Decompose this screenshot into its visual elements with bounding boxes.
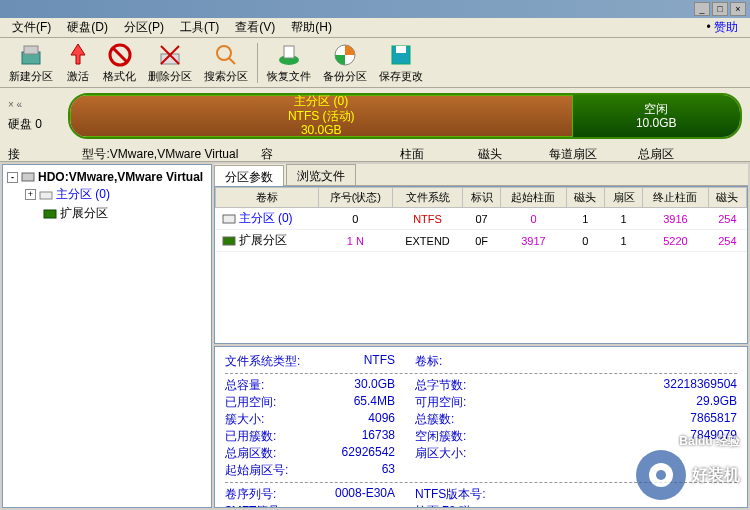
svg-line-8 (229, 58, 235, 64)
disk-map-collapse[interactable]: × « (8, 99, 68, 110)
titlebar: _ □ × (0, 0, 750, 18)
tree-toggle-icon[interactable]: + (25, 189, 36, 200)
column-header[interactable]: 扇区 (604, 188, 642, 208)
svg-rect-10 (284, 46, 294, 58)
menu-partition[interactable]: 分区(P) (116, 17, 172, 38)
partition-main[interactable]: 主分区 (0) NTFS (活动) 30.0GB (70, 95, 573, 137)
toolbar: 新建分区 激活 格式化 删除分区 搜索分区 恢复文件 备份分区 保存更改 (0, 38, 750, 88)
column-header[interactable]: 文件系统 (393, 188, 463, 208)
column-header[interactable]: 磁头 (708, 188, 746, 208)
disk-icon (21, 171, 35, 183)
format-icon (107, 42, 133, 68)
menu-disk[interactable]: 硬盘(D) (59, 17, 116, 38)
column-header[interactable]: 终止柱面 (643, 188, 708, 208)
svg-line-3 (113, 48, 127, 62)
svg-rect-16 (44, 210, 56, 218)
disk-tree[interactable]: - HDO:VMware,VMware Virtual + 主分区 (0) 扩展… (2, 164, 212, 508)
menu-tools[interactable]: 工具(T) (172, 17, 227, 38)
column-header[interactable]: 卷标 (216, 188, 319, 208)
tree-toggle-icon[interactable]: - (7, 172, 18, 183)
backup-icon (332, 42, 358, 68)
svg-rect-17 (223, 215, 235, 223)
activate-button[interactable]: 激活 (60, 39, 96, 87)
svg-point-7 (217, 46, 231, 60)
column-header[interactable]: 磁头 (566, 188, 604, 208)
tabs: 分区参数 浏览文件 (214, 164, 748, 186)
menu-help[interactable]: 帮助(H) (283, 17, 340, 38)
disk-label: 硬盘 0 (8, 116, 68, 133)
activate-icon (65, 42, 91, 68)
maximize-button[interactable]: □ (712, 2, 728, 16)
menubar: 文件(F) 硬盘(D) 分区(P) 工具(T) 查看(V) 帮助(H) • 赞助 (0, 18, 750, 38)
minimize-button[interactable]: _ (694, 2, 710, 16)
svg-rect-13 (396, 46, 406, 53)
disk-map: × « 硬盘 0 主分区 (0) NTFS (活动) 30.0GB 空闲 10.… (0, 88, 750, 144)
recover-icon (276, 42, 302, 68)
partition-free[interactable]: 空闲 10.0GB (573, 95, 741, 137)
save-icon (388, 42, 414, 68)
delete-icon (157, 42, 183, 68)
column-header[interactable]: 序号(状态) (318, 188, 392, 208)
delete-partition-button[interactable]: 删除分区 (143, 39, 197, 87)
svg-rect-1 (24, 46, 38, 54)
table-row[interactable]: 扩展分区1 NEXTEND0F3917015220254 (216, 230, 747, 252)
disk-info-line: 接口:FIBRE 型号:VMware,VMware Virtual S 容量:4… (0, 144, 750, 162)
close-button[interactable]: × (730, 2, 746, 16)
new-partition-button[interactable]: 新建分区 (4, 39, 58, 87)
search-partition-button[interactable]: 搜索分区 (199, 39, 253, 87)
save-changes-button[interactable]: 保存更改 (374, 39, 428, 87)
sponsor-link[interactable]: • 赞助 (706, 19, 746, 36)
recover-files-button[interactable]: 恢复文件 (262, 39, 316, 87)
tree-root-hd0[interactable]: - HDO:VMware,VMware Virtual (7, 169, 207, 185)
format-button[interactable]: 格式化 (98, 39, 141, 87)
partition-table[interactable]: 卷标序号(状态)文件系统标识起始柱面磁头扇区终止柱面磁头 主分区 (0)0NTF… (214, 186, 748, 344)
tab-partition-params[interactable]: 分区参数 (214, 165, 284, 186)
menu-file[interactable]: 文件(F) (4, 17, 59, 38)
column-header[interactable]: 标识 (462, 188, 500, 208)
search-icon (213, 42, 239, 68)
new-partition-icon (18, 42, 44, 68)
svg-rect-14 (22, 173, 34, 181)
table-row[interactable]: 主分区 (0)0NTFS070113916254 (216, 208, 747, 230)
tree-main-partition[interactable]: + 主分区 (0) (25, 185, 207, 204)
tab-browse-files[interactable]: 浏览文件 (286, 164, 356, 185)
svg-rect-15 (40, 192, 52, 199)
backup-partition-button[interactable]: 备份分区 (318, 39, 372, 87)
menu-view[interactable]: 查看(V) (227, 17, 283, 38)
drive-icon (39, 189, 53, 201)
column-header[interactable]: 起始柱面 (501, 188, 566, 208)
extended-icon (43, 208, 57, 220)
tree-extended-partition[interactable]: 扩展分区 (43, 204, 207, 223)
svg-rect-18 (223, 237, 235, 245)
partition-details: 文件系统类型: NTFS 卷标: 总容量:30.0GB总字节数:32218369… (214, 346, 748, 508)
